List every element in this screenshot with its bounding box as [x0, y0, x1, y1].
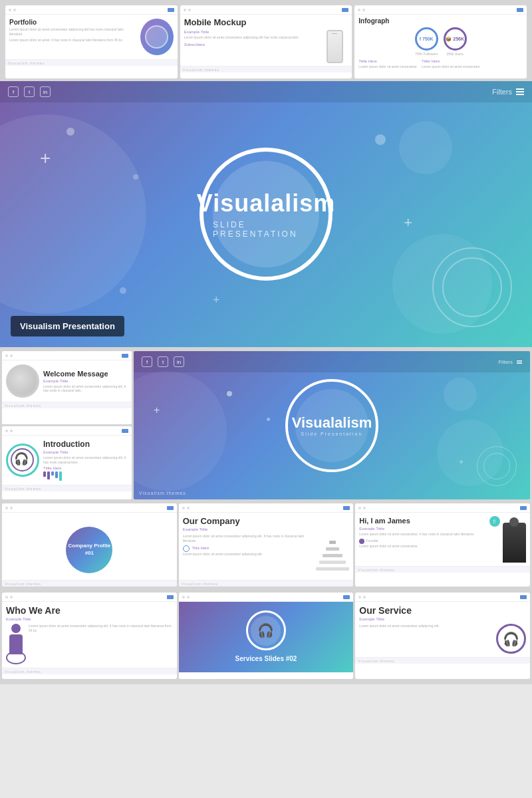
services-title: Services Slides #02 — [235, 654, 297, 664]
our-company-content: Our Company Example Tittle Lorem ipsum d… — [179, 513, 354, 580]
menu-icon[interactable] — [516, 88, 524, 95]
deco-circle-1 — [0, 114, 146, 314]
dot — [5, 430, 8, 432]
slide-infograph[interactable]: Infograph f 750K 750K Followers 📦 256K 2… — [354, 5, 527, 78]
fb-label: 750K Followers — [415, 52, 438, 57]
dot — [10, 596, 13, 598]
main-small-circle: Visualalism Slide Presentation — [285, 379, 378, 472]
filters-label[interactable]: Filters — [492, 88, 512, 96]
stair-img — [316, 534, 349, 577]
welcome-title: Welcome Message — [43, 370, 128, 378]
slide-who-we-are[interactable]: Who We Are Example Tittle Lorem ipsum do… — [2, 593, 177, 679]
users-circle: 📦 256K — [444, 27, 467, 51]
our-company-body: Lorem ipsum dolor sit amet consectetur a… — [183, 534, 350, 577]
main-visualism-slide[interactable]: f t in Filters + + — [134, 351, 530, 499]
slide-top-bar — [2, 351, 132, 360]
slide-indicator — [168, 8, 174, 12]
slide-top-bar — [355, 503, 530, 513]
slide-indicator — [122, 354, 128, 358]
slide-footer: Visualism.themes — [355, 566, 530, 573]
portfolio-circle — [140, 19, 174, 55]
footer-text: Visualism.themes — [358, 568, 394, 572]
plus-1: + — [40, 148, 51, 169]
slide-footer: Visualism.themes — [2, 580, 177, 587]
inner-circle: Visualalism Slide Presentation — [295, 389, 368, 462]
footer-text: Visualism.themes — [5, 582, 41, 586]
mobile-body: Example Tittle Lorem ipsum dolor sit ame… — [184, 30, 348, 63]
hero-subtitle: Slide Presentation — [213, 220, 319, 239]
slide-indicator — [167, 595, 174, 599]
plus-3: + — [213, 293, 220, 307]
dot — [188, 9, 191, 11]
dot-2 — [133, 174, 138, 180]
slide-indicator — [517, 8, 523, 12]
slide-top-bar — [2, 503, 177, 513]
slide-hi-james[interactable]: Hi, I am James ⇧ Example Tittle Lorem ip… — [355, 503, 530, 587]
dot — [10, 507, 13, 509]
james-photo — [503, 516, 526, 563]
service-body: Lorem ipsum dolor sit amet consectetur a… — [359, 624, 526, 654]
site-url: Visualism.themes — [139, 491, 186, 495]
bar-chart — [43, 471, 128, 481]
last-section: Who We Are Example Tittle Lorem ipsum do… — [0, 591, 532, 684]
instagram-icon[interactable]: in — [40, 86, 51, 97]
hero-dot-b — [267, 418, 270, 421]
hero-main-circle: Visualalism Slide Presentation — [200, 148, 332, 281]
tittle-1: Tittle Here Lorem ipsum dolor sit amet c… — [358, 59, 418, 69]
social-icons: f t in — [8, 86, 51, 97]
company-label: Company Profile #01 — [66, 543, 112, 557]
fb-circle: f 750K — [415, 27, 438, 51]
mobile-content: Mobile Mockup Example Tittle Lorem ipsum… — [180, 15, 352, 66]
footer-text: Visualism.themes — [5, 487, 41, 491]
james-title: Hi, I am James — [359, 517, 410, 525]
welcome-text: Welcome Message Example Tittle Lorem ips… — [43, 370, 128, 393]
hero-dot-a — [227, 391, 232, 396]
slide-introduction[interactable]: 🎧 Introduction Example Tittle Lorem ipsu… — [2, 426, 132, 499]
footer-text: Visualism.themes — [5, 670, 41, 674]
slide-services[interactable]: 🎧 Services Slides #02 — [179, 593, 354, 679]
mini-social-icons: f t in — [142, 356, 184, 367]
plus-2: + — [404, 214, 412, 231]
our-company-label: Example Tittle — [183, 527, 350, 531]
james-header: Hi, I am James ⇧ — [359, 516, 500, 527]
who-content: Who We Are Example Tittle Lorem ipsum do… — [2, 602, 177, 668]
circle-users: 📦 256K 256k Users — [444, 27, 467, 57]
james-label: Example Tittle — [359, 527, 500, 531]
james-text: Hi, I am James ⇧ Example Tittle Lorem ip… — [359, 516, 500, 563]
mini-filters: Filters — [498, 359, 522, 365]
slide-our-service[interactable]: Our Service Example Tittle Lorem ipsum d… — [355, 593, 530, 679]
vis-title: Visualalism — [292, 414, 372, 432]
slide-indicator — [122, 429, 128, 433]
tw-icon: t — [158, 356, 168, 367]
headphones-in-circle: 🎧 — [251, 616, 281, 646]
facebook-icon[interactable]: f — [8, 86, 19, 97]
circle-facebook: f 750K 750K Followers — [415, 27, 438, 57]
share-icon: ⇧ — [489, 516, 500, 527]
slide-portfolio[interactable]: Portfolio Lorem ipsum dolor sit amet con… — [5, 5, 178, 78]
slide-top-bar — [2, 426, 132, 436]
welcome-circle — [6, 364, 39, 398]
our-service-label: Example Tittle — [359, 617, 526, 621]
who-label: Example Tittle — [6, 617, 173, 621]
company-content: Company Profile #01 — [66, 503, 112, 587]
our-service-content: Our Service Example Tittle Lorem ipsum d… — [355, 602, 530, 657]
headphones-icon: 🎧 — [14, 452, 29, 466]
founder-icon — [359, 539, 364, 544]
twitter-icon[interactable]: t — [24, 86, 35, 97]
slide-footer: Visualism.themes — [2, 485, 132, 491]
intro-content: 🎧 Introduction Example Tittle Lorem ipsu… — [2, 436, 132, 485]
welcome-label: Example Tittle — [43, 379, 128, 383]
portfolio-inner-circle — [145, 25, 168, 49]
phone-speaker — [332, 33, 337, 34]
deco-circle-3 — [399, 121, 452, 174]
slide-company-profile[interactable]: Company Profile #01 Visualism.themes — [2, 503, 177, 587]
slide-our-company[interactable]: Our Company Example Tittle Lorem ipsum d… — [179, 503, 354, 587]
intro-title: Introduction — [43, 440, 128, 449]
slide-welcome[interactable]: Welcome Message Example Tittle Lorem ips… — [2, 351, 132, 424]
slide-mobile-mockup[interactable]: Mobile Mockup Example Tittle Lorem ipsum… — [180, 5, 352, 78]
ring-group — [477, 446, 517, 486]
tittle-2: Tittle Here Lorem ipsum dolor sit amet c… — [422, 59, 481, 69]
infograph-bottom: Tittle Here Lorem ipsum dolor sit amet c… — [358, 59, 523, 69]
left-column: Welcome Message Example Tittle Lorem ips… — [2, 351, 132, 499]
slide-indicator — [343, 506, 350, 510]
